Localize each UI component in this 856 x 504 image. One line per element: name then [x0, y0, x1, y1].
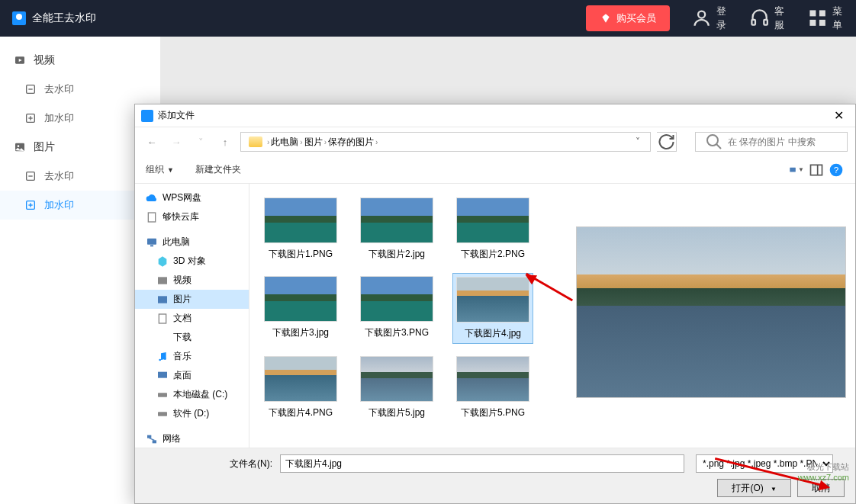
thumbnail-image — [360, 356, 433, 402]
file-thumb[interactable]: 下载图片4.jpg — [452, 273, 533, 344]
tree-item-music[interactable]: 音乐 — [135, 347, 249, 366]
thumbnail-image — [264, 197, 337, 243]
app-topbar: 全能王去水印 购买会员 登录 客服 菜单 — [0, 0, 856, 37]
nav-forward-button[interactable]: → — [167, 133, 185, 151]
svg-rect-3 — [809, 11, 816, 17]
menu-label: 菜单 — [832, 5, 844, 32]
thumbnail-label: 下载图片1.PNG — [269, 248, 333, 261]
file-grid[interactable]: 下载图片1.PNG下载图片2.jpg下载图片2.PNG下载图片3.jpg下载图片… — [249, 184, 567, 448]
service-link[interactable]: 客服 — [749, 5, 786, 32]
dialog-navbar: ← → ˅ ↑ › 此电脑 › 图片 › 保存的图片 › ˅ — [135, 127, 855, 156]
file-thumb[interactable]: 下载图片2.jpg — [356, 194, 437, 264]
refresh-button[interactable] — [657, 132, 677, 152]
doc-icon — [146, 211, 158, 223]
network-icon — [146, 433, 158, 445]
video-icon — [14, 54, 26, 66]
service-label: 客服 — [774, 5, 786, 32]
plus-square-icon — [24, 112, 37, 124]
tree-item-pictures[interactable]: 图片 — [135, 290, 249, 309]
tree-item-network[interactable]: 网络 — [135, 429, 249, 448]
dialog-toolbar: 组织 ▼ 新建文件夹 ▼ ? — [135, 156, 855, 184]
grid-icon — [807, 8, 828, 28]
file-thumb[interactable]: 下载图片5.PNG — [452, 353, 533, 422]
svg-point-0 — [698, 11, 705, 18]
minus-square-icon — [24, 170, 37, 182]
svg-rect-5 — [809, 20, 816, 26]
breadcrumb-item-pictures[interactable]: 图片 — [304, 136, 323, 149]
thumbnail-label: 下载图片3.PNG — [365, 326, 429, 339]
filename-label: 文件名(N): — [230, 457, 272, 470]
new-folder-button[interactable]: 新建文件夹 — [195, 163, 241, 176]
tree-item-3d[interactable]: 3D 对象 — [135, 252, 249, 271]
dialog-title: 添加文件 — [158, 109, 828, 122]
cube-icon — [156, 255, 169, 268]
nav-up-button[interactable]: ↑ — [216, 133, 234, 151]
tree-item-disk-c[interactable]: 本地磁盘 (C:) — [135, 385, 249, 404]
buy-vip-label: 购买会员 — [616, 11, 656, 25]
filename-input[interactable] — [280, 454, 684, 473]
thumbnail-label: 下载图片4.jpg — [465, 327, 521, 340]
breadcrumb-item-pc[interactable]: 此电脑 — [271, 136, 298, 149]
buy-vip-button[interactable]: 购买会员 — [586, 5, 670, 31]
view-mode-button[interactable]: ▼ — [788, 162, 805, 178]
preview-pane-button[interactable] — [808, 162, 825, 178]
dialog-footer: 文件名(N): ˅ *.png *.jpg *.jpeg *.bmp *.PNG… — [135, 448, 855, 503]
file-thumb[interactable]: 下载图片3.jpg — [260, 273, 341, 344]
svg-rect-31 — [158, 277, 167, 284]
tree-item-quick[interactable]: 够快云库 — [135, 207, 249, 226]
tree-item-desktop[interactable]: 桌面 — [135, 366, 249, 385]
filetype-select[interactable]: *.png *.jpg *.jpeg *.bmp *.PNG — [696, 454, 833, 473]
cancel-button[interactable]: 取消 — [797, 479, 845, 497]
thumbnail-label: 下载图片2.jpg — [368, 248, 425, 261]
search-box[interactable] — [695, 132, 848, 152]
thumbnail-image — [264, 276, 337, 322]
file-thumb[interactable]: 下载图片2.PNG — [452, 194, 533, 264]
help-button[interactable]: ? — [828, 162, 845, 178]
chevron-right-icon: › — [300, 138, 302, 146]
svg-rect-38 — [158, 412, 167, 416]
open-button[interactable]: 打开(O) ▼ — [717, 479, 791, 497]
tree-item-wps[interactable]: WPS网盘 — [135, 188, 249, 207]
image-icon — [14, 141, 26, 153]
search-input[interactable] — [728, 136, 842, 147]
music-icon — [156, 351, 169, 363]
dialog-titlebar[interactable]: 添加文件 ✕ — [135, 104, 855, 127]
chevron-right-icon: › — [375, 138, 378, 146]
svg-rect-2 — [764, 20, 768, 25]
nav-back-button[interactable]: ← — [143, 133, 161, 151]
file-thumb[interactable]: 下载图片3.PNG — [356, 273, 437, 344]
menu-link[interactable]: 菜单 — [807, 5, 844, 32]
plus-square-icon — [24, 199, 37, 211]
tree-item-pc[interactable]: 此电脑 — [135, 233, 249, 252]
close-button[interactable]: ✕ — [828, 108, 849, 123]
file-thumb[interactable]: 下载图片5.jpg — [356, 353, 437, 422]
tree-item-disk-d[interactable]: 软件 (D:) — [135, 404, 249, 423]
login-label: 登录 — [716, 5, 728, 32]
file-thumb[interactable]: 下载图片1.PNG — [260, 194, 341, 264]
tree-item-docs[interactable]: 文档 — [135, 309, 249, 328]
monitor-icon — [146, 236, 158, 249]
sidebar-item-video-remove-wm[interactable]: 去水印 — [0, 75, 160, 104]
thumbnail-image — [456, 277, 529, 323]
sidebar-label: 去水印 — [44, 82, 74, 96]
tree-item-video[interactable]: 视频 — [135, 271, 249, 290]
svg-rect-4 — [819, 11, 825, 17]
svg-rect-23 — [790, 167, 796, 172]
thumbnail-label: 下载图片2.PNG — [461, 248, 525, 261]
preview-pane — [567, 184, 855, 448]
breadcrumb-dropdown[interactable]: ˅ — [630, 136, 645, 147]
tree-item-download[interactable]: 下载 — [135, 328, 249, 347]
nav-recent-dropdown[interactable]: ˅ — [191, 133, 210, 151]
login-link[interactable]: 登录 — [691, 5, 728, 32]
thumbnail-image — [360, 197, 433, 243]
breadcrumb-bar[interactable]: › 此电脑 › 图片 › 保存的图片 › ˅ — [240, 132, 651, 152]
file-thumb[interactable]: 下载图片4.PNG — [260, 353, 341, 422]
sidebar-cat-image-label: 图片 — [34, 140, 55, 154]
cloud-icon — [146, 192, 158, 204]
sidebar-cat-video[interactable]: 视频 — [0, 46, 160, 75]
svg-rect-6 — [819, 20, 825, 26]
organize-menu[interactable]: 组织 ▼ — [146, 163, 174, 176]
breadcrumb-item-saved[interactable]: 保存的图片 — [328, 136, 374, 149]
svg-rect-40 — [153, 440, 156, 443]
folder-icon — [249, 136, 262, 147]
